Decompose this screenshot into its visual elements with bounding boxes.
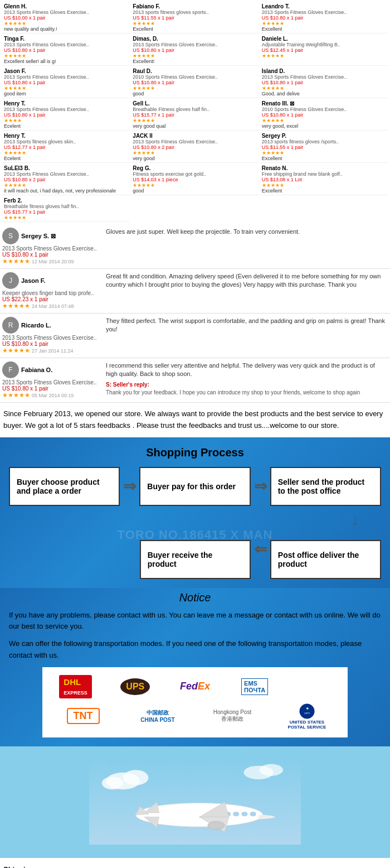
- reviewer-name: Renato III. ⊠: [262, 100, 386, 107]
- reviewer-name: SuLEI3 B.: [4, 165, 128, 171]
- review-product: 2013 Sports Fitness Gloves Exercise..: [262, 74, 386, 80]
- chinapost-logo: 中国邮政CHINA POST: [140, 709, 174, 724]
- featured-review-product: 2013 Sports Fitness Gloves Exercise..: [2, 379, 103, 385]
- review-grid-item: Ferb 2. Breathable fitness gloves half f…: [2, 196, 130, 222]
- notice-title: Notice: [9, 591, 381, 604]
- review-grid-item: Sergey P. 2013 sports fitness gloves /sp…: [260, 132, 388, 163]
- step-1-label: Buyer choose product and place a order: [17, 478, 112, 495]
- review-comment: Ecelent: [4, 123, 128, 129]
- featured-comment: I recommend this seller very attentive a…: [106, 361, 388, 379]
- reviewer-name: Renato N.: [262, 165, 386, 171]
- review-stars: ★★★★★: [262, 182, 386, 188]
- reviews-section: Glenn H. 2013 Sports Fitness Gloves Exer…: [0, 0, 390, 224]
- review-comment: Good, and delive: [262, 91, 386, 97]
- featured-reviewer-name: Fabiana O.: [21, 367, 52, 373]
- notice-text2: We can offer the following transportatio…: [9, 638, 381, 662]
- review-product: 2013 Sports Fitness Gloves Exercise..: [133, 139, 257, 144]
- review-price: US $12.77 x 1 pair: [4, 144, 128, 150]
- review-grid-item: Raul D. 2010 Sports Fitness Gloves Exerc…: [131, 67, 259, 98]
- svg-point-8: [260, 764, 284, 775]
- review-stars: ★★★★★: [4, 85, 128, 91]
- featured-review-stars: ★★★★★ 24 Mar 2014 07:48: [2, 302, 103, 310]
- svg-text:USPS: USPS: [304, 712, 310, 714]
- review-price: US $10.80 x 1 pair: [4, 112, 128, 118]
- about-text: Since February 2013, we opened our store…: [3, 408, 387, 432]
- about-section: Since February 2013, we opened our store…: [0, 403, 390, 437]
- review-comment: Excellent seller! all is g!: [4, 59, 128, 64]
- seller-reply: S: Seller's reply:Thank you for your fee…: [106, 381, 388, 397]
- review-stars: ★★★★★: [4, 182, 128, 188]
- featured-review-right: Great fit and condition. Amazing deliver…: [106, 272, 388, 310]
- featured-review-left: J Jason F. Keeper gloves finger band top…: [2, 272, 103, 310]
- review-comment: new quality and quality.!: [4, 26, 128, 32]
- featured-review-product: Keeper gloves finger band top profe..: [2, 290, 103, 296]
- review-stars: ★★★★★: [4, 53, 128, 59]
- airplane-illustration: [89, 760, 301, 845]
- review-price: US $11.55 x 1 pair: [133, 15, 257, 21]
- review-price: US $15.77 x 1 pair: [133, 112, 257, 118]
- step-2-box: Buyer pay for this order: [139, 467, 250, 506]
- shopping-process-title: Shopping Process: [9, 446, 381, 459]
- review-product: Breathable Fitness gloves half fin..: [133, 107, 257, 112]
- step-1-box: Buyer choose product and place a order: [9, 467, 120, 506]
- dhl-logo: DHLEXPRESS: [59, 675, 92, 698]
- review-comment: good: [133, 91, 257, 97]
- review-stars: ★★★★★: [4, 21, 128, 26]
- review-stars: ★★★★★: [133, 150, 257, 156]
- review-product: 2013 sports fitness gloves /sports..: [262, 139, 386, 144]
- review-product: 2013 Sports fitness gloves skin..: [4, 139, 128, 144]
- review-product: 2013 Sports Fitness Gloves Exercise..: [133, 42, 257, 47]
- review-stars: ★★★★★: [4, 215, 128, 220]
- step-5-box: Buyer receive the product: [140, 540, 251, 579]
- reviewer-name: Ferb 2.: [4, 197, 128, 204]
- review-comment: it will reach out, i had days, not, very…: [4, 188, 128, 194]
- review-comment: Ecelent: [4, 156, 128, 161]
- svg-rect-14: [250, 812, 256, 816]
- review-grid-item: SuLEI3 B. 2013 Sports Fitness Gloves Exe…: [2, 164, 130, 195]
- reviewer-name: Dimas, D.: [133, 36, 257, 42]
- review-comment: Excellent!: [133, 59, 257, 64]
- review-grid-item: Gell L. Breathable Fitness gloves half f…: [131, 99, 259, 131]
- notice-text1: If you have any problems, please contact…: [9, 610, 381, 633]
- reviewer-name: Henry T.: [4, 100, 128, 107]
- review-comment: good item: [4, 91, 128, 97]
- featured-review-right: I recommend this seller very attentive a…: [106, 361, 388, 399]
- review-price: US $10.80 x 1 pair: [262, 112, 386, 118]
- review-grid-item: Dimas, D. 2013 Sports Fitness Gloves Exe…: [131, 35, 259, 66]
- avatar: J: [2, 272, 19, 289]
- review-comment: very good: [133, 156, 257, 161]
- review-comment: Excellent: [262, 188, 386, 194]
- featured-review-left: R Ricardo L. 2013 Sports Fitness Gloves …: [2, 317, 103, 354]
- process-grid-row2: Buyer receive the product ⇐ Post office …: [140, 540, 381, 579]
- step-3-label: Seller send the product to the post offi…: [278, 478, 373, 495]
- review-stars: ★★★★★: [262, 85, 386, 91]
- arrow-left: ⇐: [254, 540, 267, 579]
- featured-comment: Great fit and condition. Amazing deliver…: [106, 272, 388, 290]
- featured-review-stars: ★★★★★ 12 Mar 2014 20:09: [2, 258, 103, 265]
- featured-comment: Gloves are just super. Well keep the pro…: [106, 228, 388, 236]
- review-product: 2013 sports fitness gloves sports..: [133, 9, 257, 15]
- review-price: US $10.80 x 2 pair: [133, 144, 257, 150]
- svg-point-15: [208, 821, 225, 830]
- featured-review-price: US $10.80 x 1 pair: [2, 252, 103, 258]
- svg-point-5: [123, 770, 149, 785]
- step-4-label: Post office deliver the product: [278, 551, 373, 568]
- review-product: 2013 Sports Fitness Gloves Exercise..: [4, 9, 128, 15]
- info-section: Shipping 1.All items will be shipped as …: [0, 858, 390, 868]
- featured-reviewer-name: Sergey S. ⊠: [21, 233, 56, 240]
- review-grid-item: Jason F. 2013 Sports Fitness Gloves Exer…: [2, 67, 130, 98]
- review-stars: ★★★★★: [262, 150, 386, 156]
- review-price: US $10.80 x 1 pair: [133, 80, 257, 85]
- featured-review: F Fabiana O. 2013 Sports Fitness Gloves …: [0, 358, 390, 403]
- review-product: Breathable fitness gloves half fin..: [4, 204, 128, 209]
- featured-review-stars: ★★★★★ 05 Mar 2014 00:15: [2, 392, 103, 399]
- review-product: Free shipping brand new blank golf..: [262, 171, 386, 177]
- review-stars: ★★★★: [4, 118, 128, 123]
- review-price: US $10.00 x 1 pair: [4, 15, 128, 21]
- arrow-right-1: ⇒: [123, 477, 136, 495]
- review-product: 2010 Sports Fitness Gloves Exercise..: [262, 107, 386, 112]
- featured-review-price: US $22.23 x 1 pair: [2, 296, 103, 302]
- review-comment: very good, excel: [262, 123, 386, 129]
- review-grid-item: Renato N. Free shipping brand new blank …: [260, 164, 388, 195]
- reviewer-name: Raul D.: [133, 68, 257, 74]
